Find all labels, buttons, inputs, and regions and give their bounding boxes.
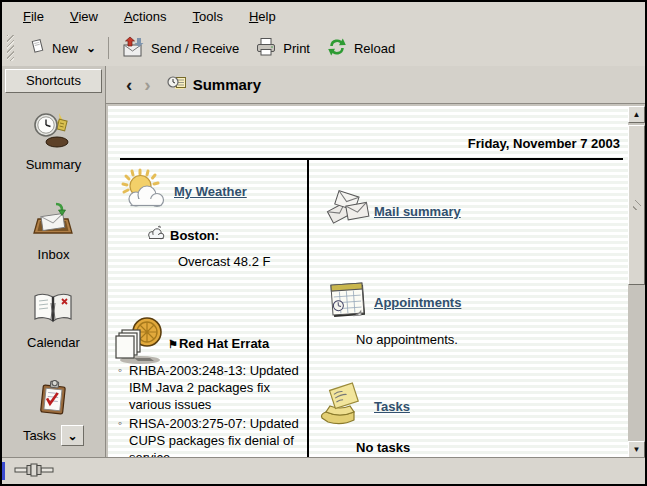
errata-item[interactable]: ◦ RHBA-2003:248-13: Updated IBM Java 2 p… <box>117 362 305 413</box>
reload-icon <box>326 37 348 60</box>
tasks-clipboard-icon <box>34 379 72 420</box>
folder-title-bar: ‹ › Summary <box>106 66 645 104</box>
summary-column-divider <box>307 158 309 458</box>
chevron-down-icon[interactable]: ⌄ <box>86 43 96 53</box>
summary-folder-icon <box>157 74 186 95</box>
appointments-link[interactable]: Appointments <box>374 295 461 310</box>
evolution-window: File View Actions Tools Help New ⌄ <box>0 0 647 486</box>
new-document-icon <box>29 38 46 58</box>
tasks-status: No tasks <box>356 440 410 455</box>
errata-section-title: ⚑Red Hat Errata <box>168 336 269 351</box>
sidebar-item-calendar[interactable]: Calendar <box>27 291 80 350</box>
appointments-status: No appointments. <box>356 332 458 347</box>
sidebar-item-summary[interactable]: Summary <box>26 111 82 172</box>
weather-sun-cloud-icon <box>121 166 169 219</box>
calendar-book-icon <box>32 291 74 330</box>
send-receive-button[interactable]: Send / Receive <box>113 32 247 65</box>
summary-clock-icon <box>33 111 73 152</box>
connection-plug-icon <box>14 463 56 480</box>
appointments-pad-icon <box>327 278 371 325</box>
vertical-scrollbar[interactable]: ▲ ▼ <box>628 106 645 458</box>
shortcuts-group-button[interactable]: Shortcuts <box>5 69 102 93</box>
menu-help[interactable]: Help <box>236 4 289 29</box>
sidebar-item-tasks[interactable]: Tasks ⌄ <box>23 379 84 446</box>
scroll-down-button[interactable]: ▼ <box>628 441 645 458</box>
send-receive-label: Send / Receive <box>151 41 239 56</box>
errata-list: ◦ RHBA-2003:248-13: Updated IBM Java 2 p… <box>117 362 305 458</box>
weather-report: Overcast 48.2 F <box>178 254 270 269</box>
shortcut-bar: Shortcuts Summary <box>2 66 106 458</box>
new-button[interactable]: New ⌄ <box>21 34 104 62</box>
menu-tools[interactable]: Tools <box>180 4 236 29</box>
status-bar <box>2 457 645 484</box>
menubar: File View Actions Tools Help <box>2 2 645 31</box>
sidebar-item-label: Tasks <box>23 428 56 443</box>
tasks-notes-icon <box>318 382 368 431</box>
print-label: Print <box>283 41 310 56</box>
summary-viewport: Friday, November 7 2003 <box>108 106 628 458</box>
sidebar-item-inbox[interactable]: Inbox <box>32 201 74 262</box>
toolbar-separator <box>108 37 109 59</box>
tasks-link[interactable]: Tasks <box>374 399 410 414</box>
forward-button[interactable]: › <box>138 76 156 94</box>
menu-view[interactable]: View <box>57 4 111 29</box>
list-bullet-icon: ◦ <box>118 362 122 379</box>
shortcut-scroll-button[interactable]: ⌄ <box>61 425 84 446</box>
errata-item-text: RHBA-2003:248-13: Updated IBM Java 2 pac… <box>129 363 299 412</box>
print-button[interactable]: Print <box>247 32 318 64</box>
toolbar: New ⌄ Send / Receive <box>2 30 645 67</box>
summary-top-divider <box>120 158 623 160</box>
mail-summary-link[interactable]: Mail summary <box>374 204 461 219</box>
urgent-flag-icon: ⚑ <box>168 338 178 350</box>
folder-title: Summary <box>193 76 261 93</box>
reload-label: Reload <box>354 41 395 56</box>
summary-view: Friday, November 7 2003 <box>106 104 645 458</box>
list-bullet-icon: ◦ <box>118 415 122 432</box>
new-button-label: New <box>52 41 78 56</box>
reload-button[interactable]: Reload <box>318 33 403 64</box>
back-button[interactable]: ‹ <box>120 76 138 94</box>
sidebar-item-label: Inbox <box>38 247 70 262</box>
sidebar-item-label: Calendar <box>27 335 80 350</box>
current-date: Friday, November 7 2003 <box>468 136 620 151</box>
inbox-tray-icon <box>32 201 74 242</box>
scroll-up-button[interactable]: ▲ <box>628 106 645 123</box>
weather-location-row: Boston: <box>146 225 219 245</box>
scrollbar-thumb[interactable] <box>628 125 645 285</box>
send-receive-icon <box>121 36 145 61</box>
activity-indicator <box>2 462 5 480</box>
my-weather-link[interactable]: My Weather <box>174 184 247 199</box>
print-icon <box>255 36 277 60</box>
errata-title-text[interactable]: Red Hat Errata <box>179 336 269 351</box>
mail-envelopes-icon <box>326 188 372 235</box>
weather-location: Boston: <box>170 228 219 243</box>
small-cloud-icon <box>146 225 165 245</box>
sidebar-item-label: Summary <box>26 157 82 172</box>
shortcut-items: Summary Inbox <box>23 111 84 446</box>
menu-file[interactable]: File <box>10 4 57 29</box>
toolbar-gripper[interactable] <box>7 35 14 61</box>
errata-item[interactable]: ◦ RHSA-2003:275-07: Updated CUPS package… <box>117 415 305 458</box>
errata-item-text: RHSA-2003:275-07: Updated CUPS packages … <box>129 416 299 458</box>
menu-actions[interactable]: Actions <box>111 4 180 29</box>
main-area: ‹ › Summary Friday, November 7 2003 <box>106 66 645 458</box>
